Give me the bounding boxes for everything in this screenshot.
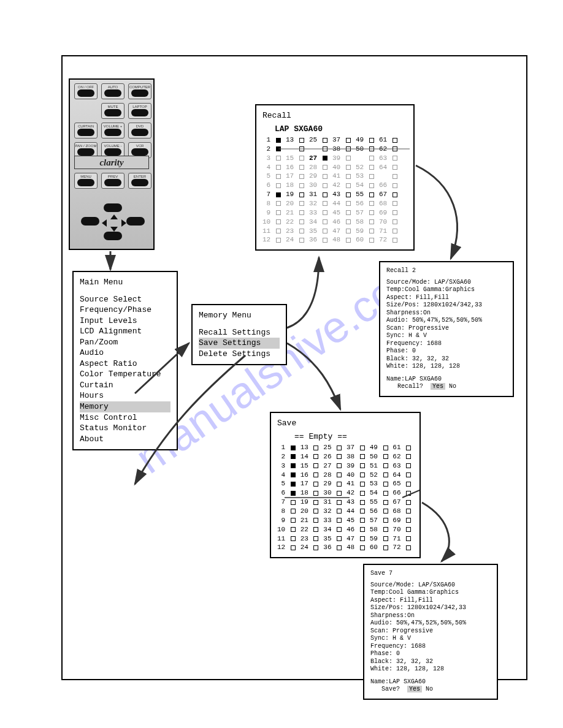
slot-row[interactable]: 4 16 28 40 52 64 <box>277 471 413 480</box>
remote-button[interactable]: MENU <box>74 173 98 189</box>
remote-button[interactable]: LAPTOP <box>128 103 151 119</box>
remote-brand: clarity <box>74 156 149 169</box>
nav-minus[interactable] <box>81 217 99 226</box>
detail-line: Sharpness:On <box>370 612 491 620</box>
remote-button[interactable]: COMPUTER <box>128 83 151 99</box>
main-menu-item[interactable]: Misc Control <box>80 412 170 423</box>
detail-line: Sync: H & V <box>370 635 491 643</box>
recall-header: LAP SXGA60 <box>275 124 407 135</box>
main-menu-item[interactable]: Color Temperature <box>80 369 170 380</box>
slot-row[interactable]: 9 21 33 45 57 69 <box>277 516 413 525</box>
main-menu-item[interactable]: Pan/Zoom <box>80 337 170 348</box>
slot-row[interactable]: 9 21 33 45 57 69 <box>262 208 407 218</box>
slot-row[interactable]: 7 19 31 43 55 67 <box>262 190 407 199</box>
page: manualshive.com ON / OFFAUTO SETUPCOMPUT… <box>0 0 563 728</box>
detail-line: Aspect: Fill,Fill <box>386 294 507 302</box>
detail-line: Sync: H & V <box>386 332 507 340</box>
slot-row[interactable]: 1 13 25 37 49 61 <box>262 135 407 145</box>
slot-row[interactable]: 7 19 31 43 55 67 <box>277 498 413 507</box>
slot-row[interactable]: 8 20 32 44 56 68 <box>262 199 407 208</box>
remote-button[interactable]: AUTO SETUP <box>101 83 124 99</box>
detail-line: Temp:Cool Gamma:Graphics <box>370 589 491 597</box>
detail-line: White: 128, 128, 128 <box>370 665 491 673</box>
main-menu-item[interactable]: Hours <box>80 390 170 401</box>
memory-menu-panel: Memory Menu Recall SettingsSave Settings… <box>191 304 287 365</box>
recall-name-value: LAP SXGA60 <box>405 376 442 382</box>
slot-row[interactable]: 11 23 35 47 59 71 <box>262 227 407 236</box>
main-menu-item[interactable]: Memory <box>80 401 170 412</box>
detail-line: Audio: 50%,47%,52%,50%,50% <box>386 317 507 325</box>
main-menu-item[interactable]: Aspect Ratio <box>80 358 170 370</box>
save-yes[interactable]: Yes <box>407 686 422 692</box>
detail-line: Phase: 0 <box>386 347 507 355</box>
detail-line: Size/Pos: 1280x1024/342,33 <box>370 604 491 612</box>
detail-line: Phase: 0 <box>370 650 491 658</box>
remote-button[interactable]: ENTER <box>128 173 151 189</box>
main-menu-item[interactable]: Frequency/Phase <box>80 305 170 316</box>
slot-row[interactable]: 1 13 25 37 49 61 <box>277 443 413 452</box>
save-title: Save <box>277 418 413 429</box>
arrow-left-icon <box>102 219 107 227</box>
remote-button[interactable]: DVD <box>128 123 151 138</box>
save-name-label: Name: <box>370 678 389 685</box>
save-no[interactable]: No <box>426 686 433 692</box>
detail-line: Aspect: Fill,Fill <box>370 597 491 605</box>
detail-line: Scan: Progressive <box>386 325 507 333</box>
recall-prompt: Recall? <box>397 383 423 390</box>
remote-nav <box>70 200 153 249</box>
main-menu-item[interactable]: Source Select <box>80 294 170 305</box>
remote-button[interactable]: CURTAIN <box>74 123 98 138</box>
detail-line: Frequency: 1688 <box>386 340 507 348</box>
nav-center-top[interactable] <box>104 203 122 212</box>
remote-button[interactable]: ON / OFF <box>74 83 98 99</box>
slot-row[interactable]: 10 22 34 46 58 70 <box>262 218 407 227</box>
nav-center-bottom[interactable] <box>104 232 122 240</box>
memory-menu-item[interactable]: Delete Settings <box>199 349 280 360</box>
recall-no[interactable]: No <box>449 383 456 390</box>
main-menu-item[interactable]: Status Monitor <box>80 423 170 434</box>
slot-row[interactable]: 6 18 30 42 54 66 <box>277 488 413 498</box>
memory-menu-item[interactable]: Save Settings <box>199 338 280 349</box>
detail-line: White: 128, 128, 128 <box>386 363 507 371</box>
arrow-down-icon <box>110 227 118 232</box>
detail-line: Source/Mode: LAP/SXGA60 <box>386 279 507 287</box>
remote-button[interactable]: VOLUME + <box>101 123 124 138</box>
save-detail-panel: Save 7 Source/Mode: LAP/SXGA60Temp:Cool … <box>363 564 498 700</box>
detail-line: Size/Pos: 1280x1024/342,33 <box>386 301 507 309</box>
slot-row[interactable]: 3 15 27 39 63 <box>262 154 407 163</box>
detail-line: Audio: 50%,47%,52%,50%,50% <box>370 620 491 628</box>
slot-row[interactable]: 10 22 34 46 58 70 <box>277 525 413 534</box>
recall-yes[interactable]: Yes <box>431 383 445 390</box>
arrow-right-icon <box>121 219 126 227</box>
main-menu-item[interactable]: Audio <box>80 347 170 358</box>
slot-row[interactable]: 4 16 28 40 52 64 <box>262 163 407 172</box>
main-menu-item[interactable]: LCD Alignment <box>80 326 170 337</box>
recall-title: Recall <box>262 110 407 121</box>
memory-menu-item[interactable]: Recall Settings <box>199 327 280 338</box>
nav-plus[interactable] <box>126 217 145 226</box>
slot-row[interactable]: 2 14 26 38 50 62 <box>277 452 413 461</box>
slot-row[interactable]: 2 38 50 62 <box>262 145 407 154</box>
slot-row[interactable]: 6 18 30 42 54 66 <box>262 181 407 190</box>
slot-row[interactable]: 3 15 27 39 51 63 <box>277 461 413 471</box>
arrow-up-icon <box>110 214 118 219</box>
main-menu-title: Main Menu <box>80 277 170 288</box>
slot-row[interactable]: 8 20 32 44 56 68 <box>277 507 413 516</box>
slot-row[interactable]: 12 24 36 48 60 72 <box>277 543 413 552</box>
save-name-value: LAP SXGA60 <box>389 678 426 685</box>
remote-button[interactable]: MUTE <box>101 103 124 119</box>
detail-line: Temp:Cool Gamma:Graphics <box>386 286 507 294</box>
main-menu-panel: Main Menu Source SelectFrequency/PhaseIn… <box>72 271 178 450</box>
main-menu-item[interactable]: About <box>80 434 170 445</box>
recall-detail-panel: Recall 2 Source/Mode: LAP/SXGA60Temp:Coo… <box>379 261 514 397</box>
slot-row[interactable]: 12 24 36 48 60 72 <box>262 235 407 245</box>
slot-row[interactable]: 5 17 29 41 53 65 <box>277 479 413 488</box>
main-menu-item[interactable]: Input Levels <box>80 316 170 327</box>
slot-row[interactable]: 11 23 35 47 59 71 <box>277 534 413 544</box>
remote-button[interactable]: PREV <box>101 173 124 189</box>
memory-menu-title: Memory Menu <box>199 310 280 321</box>
detail-line: Source/Mode: LAP/SXGA60 <box>370 582 491 590</box>
detail-line: Black: 32, 32, 32 <box>370 658 491 666</box>
slot-row[interactable]: 5 17 29 41 53 <box>262 172 407 181</box>
main-menu-item[interactable]: Curtain <box>80 380 170 391</box>
